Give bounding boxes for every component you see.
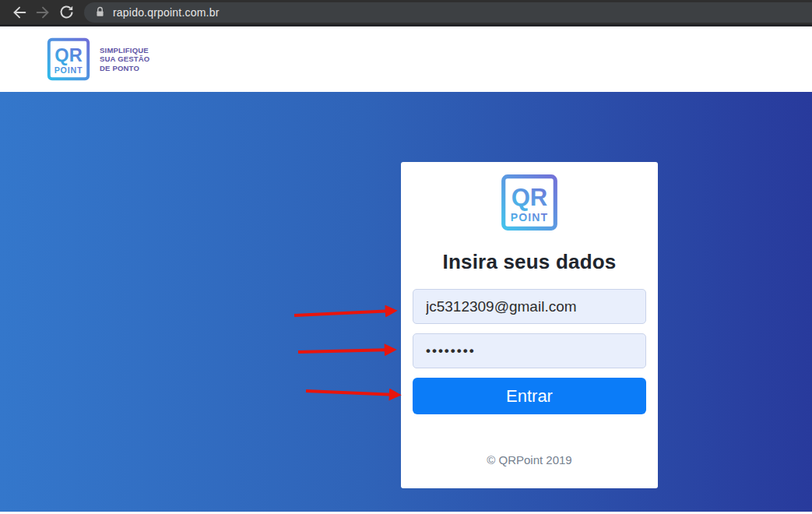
lock-icon[interactable] [95,6,105,18]
login-card: QR POINT Insira seus dados Entrar © QRPo… [401,162,658,488]
arrow-to-entrar-button [306,391,398,395]
arrow-to-email-field [294,311,394,315]
logo-text-qr: QR [54,45,82,65]
qrpoint-card-logo-icon: QR POINT [501,174,558,231]
back-icon[interactable] [8,2,31,23]
browser-toolbar: rapido.qrpoint.com.br [0,0,812,26]
email-input[interactable] [413,289,646,324]
copyright-text: © QRPoint 2019 [401,453,658,466]
forward-icon[interactable] [31,2,54,23]
password-input[interactable] [413,333,646,368]
card-logo-text-qr: QR [511,184,548,211]
url-text[interactable]: rapido.qrpoint.com.br [113,6,220,19]
tagline-line: SIMPLIFIQUE [100,46,149,55]
tagline-line: SUA GESTÃO [100,55,149,64]
logo-tagline: SIMPLIFIQUE SUA GESTÃO DE PONTO [100,46,149,73]
reload-icon[interactable] [54,2,78,23]
site-header: QR POINT SIMPLIFIQUE SUA GESTÃO DE PONTO [0,26,812,92]
login-heading: Insira seus dados [401,250,658,274]
page-background: QR POINT Insira seus dados Entrar © QRPo… [0,92,812,512]
screen: rapido.qrpoint.com.br QR POINT SIMPLIFIQ… [0,0,812,514]
address-bar[interactable]: rapido.qrpoint.com.br [84,2,812,23]
tagline-line: DE PONTO [100,64,149,73]
qrpoint-logo-icon: QR POINT [47,37,90,81]
qrpoint-logo: QR POINT SIMPLIFIQUE SUA GESTÃO DE PONTO [47,37,149,81]
entrar-button[interactable]: Entrar [413,378,646,414]
arrow-to-password-field [298,350,393,352]
logo-text-point: POINT [54,65,83,75]
card-logo-text-point: POINT [511,211,548,224]
